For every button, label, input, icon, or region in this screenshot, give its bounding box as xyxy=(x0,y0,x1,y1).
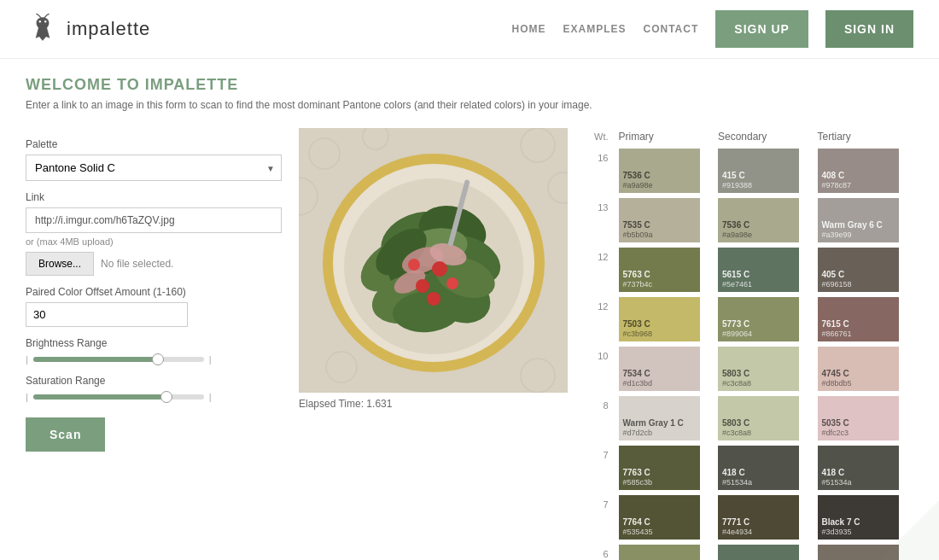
saturation-slider[interactable] xyxy=(33,394,204,400)
weight-cell: 7 xyxy=(589,443,615,493)
primary-swatch-hex: #535435 xyxy=(623,528,696,536)
table-row: 77764 C#5354357771 C#4e4934Black 7 C#3d3… xyxy=(589,493,913,542)
svg-point-0 xyxy=(39,20,41,22)
primary-cell: 7763 C#585c3b xyxy=(615,443,715,493)
svg-point-31 xyxy=(408,259,420,271)
table-row: 65773 C#8990645615 C#5e7461404 C#776e64 xyxy=(589,542,913,560)
brightness-label: Brightness Range xyxy=(26,337,282,349)
brightness-range-row: | | xyxy=(26,354,282,365)
browse-row: Browse... No file selected. xyxy=(26,252,282,276)
header: impalette HOME EXAMPLES CONTACT SIGN UP … xyxy=(0,0,939,59)
welcome-title: WELCOME TO IMPALETTE xyxy=(26,76,913,94)
table-row: 77763 C#585c3b418 C#51534a418 C#51534a xyxy=(589,443,913,493)
weight-cell: 12 xyxy=(589,295,615,344)
tertiary-swatch-name: 405 C xyxy=(822,270,895,280)
weight-cell: 12 xyxy=(589,245,615,295)
palette-select[interactable]: Pantone Solid C xyxy=(26,155,282,181)
secondary-swatch-name: 7771 C xyxy=(722,517,795,528)
primary-swatch-name: 7763 C xyxy=(623,468,696,478)
secondary-swatch-hex: #c3c8a8 xyxy=(722,429,795,437)
nav-home[interactable]: HOME xyxy=(512,23,546,35)
tertiary-swatch-hex: #a39e99 xyxy=(822,230,895,239)
signup-button[interactable]: SIGN UP xyxy=(715,10,808,48)
table-row: 107534 C#d1c3bd5803 C#c3c8a84745 C#d8bdb… xyxy=(589,344,913,394)
secondary-swatch-name: 415 C xyxy=(722,171,795,181)
secondary-swatch-name: 5615 C xyxy=(722,270,795,280)
tertiary-cell: 405 C#696158 xyxy=(814,245,914,295)
browse-button[interactable]: Browse... xyxy=(26,252,94,276)
tertiary-swatch-hex: #978c87 xyxy=(822,181,895,190)
salad-svg xyxy=(299,128,568,393)
tertiary-swatch-name: 4745 C xyxy=(822,369,895,379)
nav-contact[interactable]: CONTACT xyxy=(644,23,699,35)
tertiary-swatch-hex: #d8bdb5 xyxy=(822,379,895,388)
secondary-cell: 5773 C#899064 xyxy=(714,295,814,344)
primary-swatch-hex: #737b4c xyxy=(623,280,696,289)
logo-icon xyxy=(26,12,60,46)
brightness-min: | xyxy=(26,354,28,365)
secondary-swatch-name: 5773 C xyxy=(722,319,795,330)
tertiary-swatch-name: 408 C xyxy=(822,171,895,181)
secondary-swatch-name: 5803 C xyxy=(722,418,795,429)
table-row: 167536 C#a9a98e415 C#919388408 C#978c87 xyxy=(589,146,913,195)
tertiary-swatch-hex: #866761 xyxy=(822,330,895,338)
main-content: WELCOME TO IMPALETTE Enter a link to an … xyxy=(0,59,939,560)
primary-swatch-name: 7503 C xyxy=(623,319,696,330)
primary-swatch-hex: #a9a98e xyxy=(623,181,696,190)
offset-label: Paired Color Offset Amount (1-160) xyxy=(26,286,282,298)
saturation-min: | xyxy=(26,392,28,402)
palette-label: Palette xyxy=(26,138,282,150)
link-input[interactable] xyxy=(26,207,282,233)
secondary-swatch-hex: #899064 xyxy=(722,330,795,338)
primary-cell: Warm Gray 1 C#d7d2cb xyxy=(615,394,715,443)
scan-button[interactable]: Scan xyxy=(26,417,105,452)
svg-point-30 xyxy=(427,292,440,306)
tertiary-cell: 7615 C#866761 xyxy=(814,295,914,344)
saturation-label: Saturation Range xyxy=(26,375,282,387)
tertiary-swatch-name: 418 C xyxy=(822,468,895,478)
brightness-slider[interactable] xyxy=(33,357,204,362)
secondary-swatch-hex: #51534a xyxy=(722,478,795,487)
secondary-cell: 7536 C#a9a98e xyxy=(714,195,814,245)
primary-cell: 7534 C#d1c3bd xyxy=(615,344,715,394)
primary-swatch-hex: #d7d2cb xyxy=(623,429,696,437)
tertiary-cell: 4745 C#d8bdb5 xyxy=(814,344,914,394)
primary-cell: 7764 C#535435 xyxy=(615,493,715,542)
secondary-cell: 5803 C#c3c8a8 xyxy=(714,394,814,443)
secondary-swatch-hex: #919388 xyxy=(722,181,795,190)
primary-swatch-hex: #b5b09a xyxy=(623,230,696,239)
elapsed-time: Elapsed Time: 1.631 xyxy=(299,398,572,410)
upload-hint: or (max 4MB upload) xyxy=(26,236,282,247)
tertiary-header: Tertiary xyxy=(814,128,914,146)
weight-cell: 13 xyxy=(589,195,615,245)
primary-swatch-hex: #d1c3bd xyxy=(623,379,696,388)
primary-swatch-name: 5763 C xyxy=(623,270,696,280)
secondary-swatch-name: 7536 C xyxy=(722,220,795,230)
nav: HOME EXAMPLES CONTACT SIGN UP SIGN IN xyxy=(512,10,914,48)
offset-input[interactable] xyxy=(26,302,188,327)
logo-text: impalette xyxy=(67,18,150,40)
center-panel: Elapsed Time: 1.631 xyxy=(299,128,572,560)
primary-swatch-hex: #585c3b xyxy=(623,478,696,487)
offset-input-wrapper xyxy=(26,302,188,327)
secondary-cell: 5615 C#5e7461 xyxy=(714,542,814,560)
primary-cell: 5773 C#899064 xyxy=(615,542,715,560)
signin-button[interactable]: SIGN IN xyxy=(825,10,913,48)
tertiary-cell: Warm Gray 6 C#a39e99 xyxy=(814,195,914,245)
primary-cell: 7535 C#b5b09a xyxy=(615,195,715,245)
content-area: Palette Pantone Solid C Link or (max 4MB… xyxy=(26,128,913,560)
tertiary-swatch-hex: #51534a xyxy=(822,478,895,487)
table-row: 8Warm Gray 1 C#d7d2cb5803 C#c3c8a85035 C… xyxy=(589,394,913,443)
secondary-cell: 7771 C#4e4934 xyxy=(714,493,814,542)
primary-header: Primary xyxy=(615,128,715,146)
nav-examples[interactable]: EXAMPLES xyxy=(563,23,627,35)
saturation-range-row: | | xyxy=(26,392,282,402)
secondary-cell: 415 C#919388 xyxy=(714,146,814,195)
table-row: 125763 C#737b4c5615 C#5e7461405 C#696158 xyxy=(589,245,913,295)
primary-cell: 5763 C#737b4c xyxy=(615,245,715,295)
tertiary-swatch-hex: #696158 xyxy=(822,280,895,289)
secondary-swatch-hex: #a9a98e xyxy=(722,230,795,239)
tertiary-swatch-name: Warm Gray 6 C xyxy=(822,220,895,230)
color-table-panel: Wt. Primary Secondary Tertiary 167536 C#… xyxy=(589,128,913,560)
link-label: Link xyxy=(26,191,282,203)
